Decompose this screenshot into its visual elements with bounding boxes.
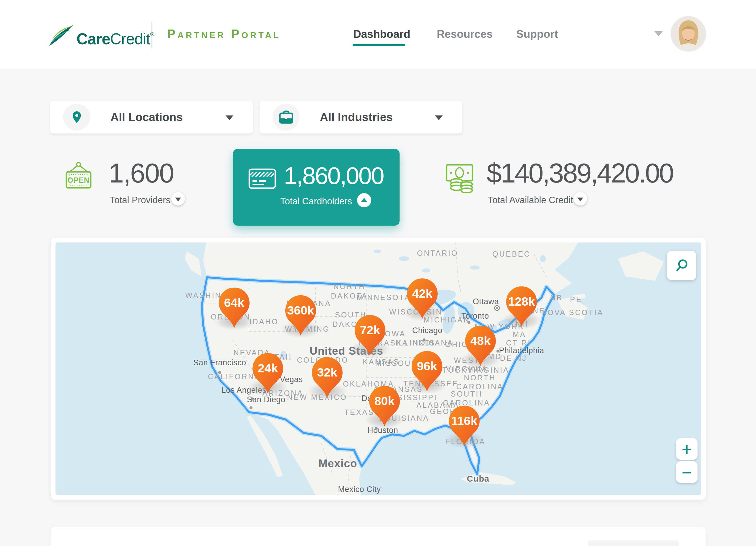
city-dot-icon [250,406,252,409]
leaf-icon [48,23,75,48]
map-label-country: Mexico [318,457,357,470]
map-label-state: QUEBEC [492,250,531,258]
map-label-state: NOVA SCOTIA [541,308,604,317]
location-pin-icon [70,110,84,124]
map-zoom-out-button[interactable]: − [676,461,698,483]
map-label-city: Philadelphia [499,346,544,355]
pin-value: 128k [508,295,535,308]
bottom-placeholder-button[interactable] [588,540,679,546]
map-label-city: San Francisco [193,358,246,367]
map-label-place: Cuba [467,474,490,483]
pin-value: 96k [417,359,437,373]
nav-active-underline [353,44,405,46]
minus-icon: − [681,465,693,479]
total-cardholders-card[interactable]: 1,860,000 Total Cardholders [233,149,400,226]
search-icon [675,259,688,272]
map-label-state: DE NJ [500,354,527,362]
city-dot-icon [251,397,254,400]
map-label-city: Chicago [412,326,443,335]
nav-tab-support[interactable]: Support [516,29,558,40]
city-dot-icon [467,321,470,324]
map-label-city: Toronto [461,312,489,320]
open-sign-icon: OPEN [63,162,94,190]
credit-trend-button[interactable] [573,192,587,206]
map-label-state: NORTH [333,282,365,291]
map-label-state: CAROLINA [456,382,504,391]
industry-icon-circle [273,104,299,131]
city-dot-icon [218,371,221,374]
logo-text: CareCredit® [76,31,154,47]
nav-tab-resources[interactable]: Resources [437,29,493,40]
map-label-state: CAROLINA [443,399,490,407]
map-card: ONTARIOQUEBECWASHINGTONOREGONIDAHOMONTAN… [51,238,706,500]
total-available-credit-label: Total Available Credit [488,195,573,206]
pin-value: 48k [470,334,491,348]
briefcase-icon [278,110,294,125]
map-label-state: OHIO [445,340,469,348]
map-label-state: NORTH [464,374,496,382]
map-label-state: NB [550,294,563,302]
city-dot-icon [496,350,499,353]
capital-dot-icon [496,307,498,309]
portal-title: Partner Portal [167,28,281,40]
total-available-credit-value: $140,389,420.00 [487,159,673,187]
map-label-state: ONTARIO [417,249,458,257]
map-label-state: PE [570,295,582,304]
pin-value: 116k [451,414,478,428]
map-search-button[interactable] [667,251,696,280]
carecredit-logo[interactable]: CareCredit® [48,23,154,47]
map-label-state: CT RI [506,339,531,347]
pin-value: 360k [287,304,314,317]
total-cardholders-label: Total Cardholders [280,196,352,207]
map-label-state: MINNESOTA [357,293,411,301]
pin-value: 32k [317,366,338,379]
locations-filter-dropdown[interactable]: All Locations [50,101,253,133]
city-dot-icon [423,338,426,341]
triangle-down-icon [577,198,583,201]
cardholders-trend-button[interactable] [357,193,371,207]
industries-caret-icon [435,115,443,120]
locations-filter-label: All Locations [110,111,183,124]
user-avatar[interactable] [671,16,706,51]
locations-caret-icon [226,115,233,120]
total-providers-value: 1,600 [109,159,174,187]
map-label-city: Ottawa [473,297,499,306]
user-menu-caret-icon[interactable] [654,31,663,36]
map-label-city: Mexico City [338,485,381,494]
avatar-image [671,16,706,51]
total-providers-label: Total Providers [110,195,170,206]
nav-tab-dashboard[interactable]: Dashboard [353,29,410,40]
app-header: CareCredit® Partner Portal Dashboard Res… [0,0,756,69]
money-icon [445,163,477,193]
header-divider [151,22,152,48]
map-label-state: MA [513,330,526,338]
pin-value: 80k [374,394,395,408]
providers-trend-button[interactable] [171,192,185,206]
triangle-down-icon [175,198,181,201]
credit-card-icon [248,168,276,189]
pin-value: 64k [224,296,245,309]
map-zoom-in-button[interactable]: + [676,438,698,460]
industries-filter-label: All Industries [320,111,393,124]
pin-value: 42k [412,287,433,300]
map-label-state: SOUTH [451,390,483,398]
location-icon-circle [63,104,90,131]
triangle-up-icon [361,198,367,202]
next-section-card [51,527,706,546]
industries-filter-dropdown[interactable]: All Industries [260,101,462,133]
pin-value: 72k [360,323,380,337]
pin-value: 24k [258,361,278,375]
total-cardholders-value: 1,860,000 [284,164,384,188]
svg-text:OPEN: OPEN [68,176,90,184]
us-map[interactable]: ONTARIOQUEBECWASHINGTONOREGONIDAHOMONTAN… [56,242,701,495]
plus-icon: + [681,442,693,456]
